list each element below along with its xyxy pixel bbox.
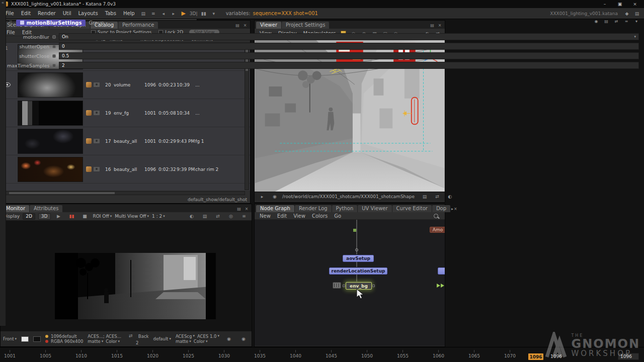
play-icon[interactable]: ▶ bbox=[54, 213, 63, 220]
front-view-dropdown[interactable]: Front▾ bbox=[3, 336, 17, 341]
search-icon[interactable] bbox=[434, 214, 438, 218]
tab-dope-sheet[interactable]: Dop bbox=[432, 205, 450, 212]
tab-scroll-icon[interactable]: ▸ bbox=[451, 206, 453, 212]
render-thumbnail[interactable] bbox=[18, 129, 83, 154]
gamma-icon[interactable]: ◉ bbox=[224, 335, 233, 343]
stop-icon[interactable]: ■ bbox=[80, 213, 90, 220]
ng-menu-go[interactable]: Go bbox=[331, 213, 344, 219]
swap-buffers-icon[interactable]: ⇄ bbox=[126, 332, 135, 340]
list-icon[interactable]: ≡ bbox=[149, 10, 158, 17]
zoom-fit-icon[interactable]: ◎ bbox=[226, 213, 235, 220]
node-partial-top-right[interactable]: Amo bbox=[430, 227, 445, 233]
tab-uv-viewer[interactable]: UV Viewer bbox=[358, 205, 391, 212]
node-teleport-icon[interactable] bbox=[333, 282, 341, 289]
back-buffer-swatch[interactable] bbox=[33, 336, 41, 342]
back-matte-dropdown[interactable]: matte▾ bbox=[176, 339, 191, 344]
param-state-icon[interactable] bbox=[52, 54, 56, 58]
mode-3d-button[interactable]: 3D bbox=[38, 213, 51, 220]
ng-menu-edit[interactable]: Edit bbox=[274, 213, 290, 219]
node-flag-right[interactable] bbox=[372, 285, 375, 287]
pause-icon[interactable]: ▮▮ bbox=[67, 213, 76, 220]
menu-layouts[interactable]: Layouts bbox=[75, 10, 102, 17]
compare-icon[interactable]: ⇄ bbox=[213, 213, 222, 220]
node-graph-canvas[interactable]: aovSetup renderLocationSetup env_bg Amo bbox=[255, 220, 445, 346]
minimize-button[interactable]: – bbox=[599, 1, 611, 8]
menu-tabs[interactable]: Tabs bbox=[102, 10, 120, 17]
ng-menu-new[interactable]: New bbox=[257, 213, 274, 219]
collapse-icon[interactable]: ▾ bbox=[633, 18, 640, 24]
grid-overlay-icon[interactable]: ▤ bbox=[200, 213, 209, 220]
back-label[interactable]: Back bbox=[138, 334, 149, 339]
mode-2d-button[interactable]: 2D bbox=[23, 213, 35, 220]
node-render-location-setup[interactable]: renderLocationSetup bbox=[329, 267, 387, 275]
front-buffer-swatch[interactable] bbox=[21, 336, 29, 342]
front-colorspace[interactable]: ACES...; ACES... bbox=[88, 334, 121, 339]
front-matte-dropdown[interactable]: matte▾ bbox=[88, 339, 103, 344]
ng-menu-view[interactable]: View bbox=[290, 213, 308, 219]
menu-edit[interactable]: Edit bbox=[18, 10, 34, 17]
pixel-probe-icon[interactable]: ◐ bbox=[187, 213, 196, 220]
camera-path[interactable]: /root/world/cam/XXX001_shotcam/XXX001_sh… bbox=[282, 194, 415, 199]
menu-icon[interactable]: ≡ bbox=[623, 18, 630, 24]
tab-curve-editor[interactable]: Curve Editor bbox=[392, 205, 432, 212]
catalog-row-beauty-17[interactable]: 17 beauty_all 1001 0:02:29 9:43 PM fg 1 bbox=[2, 127, 250, 155]
camera-lock-icon[interactable]: ◉ bbox=[270, 193, 279, 200]
tab-node-graph[interactable]: Node Graph bbox=[256, 205, 294, 212]
katana-render-icon[interactable]: ▶ bbox=[179, 10, 188, 17]
menu-help[interactable]: Help bbox=[120, 10, 138, 17]
view-transform-dropdown[interactable]: ACES 1.0▾ bbox=[197, 334, 219, 339]
panel-menu-icon[interactable]: ▤ bbox=[235, 206, 243, 212]
catalog-row-volume[interactable]: 20 volume 1096 0:00:23 10:39 ... bbox=[2, 71, 250, 99]
resolution-icon[interactable]: ⇄ bbox=[433, 193, 442, 200]
panel-close-icon[interactable]: × bbox=[454, 206, 457, 212]
shutterclose-field[interactable]: 0.5 bbox=[59, 52, 639, 59]
tab-monitor[interactable]: Monitor bbox=[2, 205, 29, 212]
catalog-row-beauty-16[interactable]: 16 beauty_all 1096 0:02:32 9:39 PM char … bbox=[2, 155, 250, 184]
front-color-dropdown[interactable]: Color▾ bbox=[106, 339, 120, 344]
variables-caret-icon[interactable]: ▾ bbox=[209, 10, 218, 17]
horizontal-scrollbar[interactable] bbox=[4, 191, 245, 195]
back-buffer-dropdown[interactable]: default▾ bbox=[153, 336, 171, 341]
channels-icon[interactable]: ≡ bbox=[239, 213, 249, 220]
colorspace-dropdown[interactable]: ACEScg▾ bbox=[176, 334, 195, 339]
collapse-chevrons-icon[interactable]: « bbox=[2, 0, 5, 5]
node-partial-right[interactable] bbox=[438, 267, 445, 275]
node-flag-left[interactable] bbox=[343, 285, 345, 287]
render-thumbnail[interactable] bbox=[18, 72, 83, 98]
drag-handle[interactable]: ⣿ bbox=[9, 20, 13, 25]
node-aov-setup[interactable]: aovSetup bbox=[343, 255, 374, 262]
back-color-dropdown[interactable]: Color▾ bbox=[194, 339, 208, 344]
close-button[interactable]: × bbox=[629, 1, 641, 8]
node-name-badge[interactable]: motionBlurSettings bbox=[16, 20, 86, 26]
clapperboard-icon[interactable]: ▤ bbox=[420, 193, 429, 200]
layout-grid-icon[interactable]: ▤ bbox=[139, 10, 148, 17]
panel-splitter[interactable]: « bbox=[0, 0, 6, 326]
pause-render-icon[interactable]: ▮▮ bbox=[199, 10, 208, 17]
tab-attributes[interactable]: Attributes bbox=[30, 205, 62, 212]
panel-close-icon[interactable]: × bbox=[243, 206, 250, 212]
render-thumbnail[interactable] bbox=[18, 157, 83, 182]
roi-dropdown[interactable]: ROI Off▾ bbox=[93, 214, 112, 219]
shutteropen-field[interactable]: 0 bbox=[59, 43, 639, 50]
screen-layout-icon[interactable]: ▤ bbox=[632, 10, 641, 17]
sync-icon[interactable]: ⇄ bbox=[613, 18, 620, 24]
variables-value[interactable]: sequence=XXX shot=001 bbox=[253, 11, 318, 16]
ng-menu-colors[interactable]: Colors bbox=[309, 213, 331, 219]
monitor-canvas[interactable] bbox=[1, 221, 252, 331]
menu-render[interactable]: Render bbox=[34, 10, 59, 17]
menu-util[interactable]: Util bbox=[59, 10, 75, 17]
current-frame-marker[interactable]: 1096 bbox=[528, 353, 543, 360]
param-state-icon[interactable] bbox=[52, 45, 56, 48]
tab-render-log[interactable]: Render Log bbox=[295, 205, 332, 212]
maximize-button[interactable]: ▣ bbox=[614, 1, 626, 8]
catalog-row-env-fg[interactable]: 19 env_fg 1001 0:05:08 10:34 ... bbox=[2, 99, 250, 127]
param-state-icon[interactable] bbox=[52, 35, 56, 39]
multi-view-dropdown[interactable]: Multi View Off▾ bbox=[115, 214, 149, 219]
scrollbar-thumb[interactable] bbox=[9, 192, 115, 194]
render-camera-icon[interactable]: ◐ bbox=[445, 193, 454, 200]
maxtimesamples-field[interactable]: 2 bbox=[59, 62, 639, 69]
pin-icon[interactable]: ◉ bbox=[593, 18, 600, 24]
step-back-icon[interactable]: ◂ bbox=[159, 10, 168, 17]
notifications-icon[interactable]: ◆ bbox=[622, 10, 631, 17]
step-forward-icon[interactable]: ▸ bbox=[169, 10, 178, 17]
